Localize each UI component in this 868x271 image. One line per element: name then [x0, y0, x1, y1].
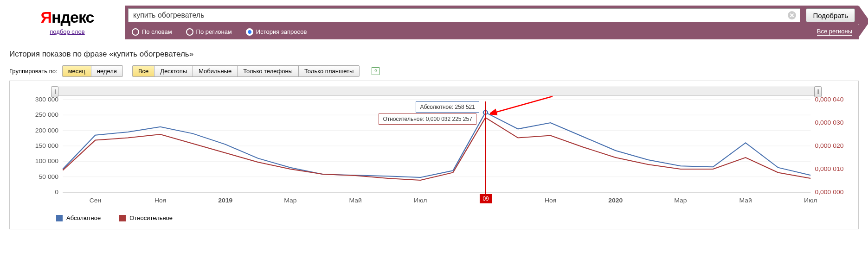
svg-text:Сен: Сен	[90, 197, 101, 204]
device-segment: Все Десктопы Мобильные Только телефоны Т…	[132, 65, 360, 77]
device-mobile[interactable]: Мобильные	[193, 66, 238, 76]
svg-text:Ноя: Ноя	[545, 197, 556, 204]
svg-text:200 000: 200 000	[35, 127, 58, 134]
device-desktop[interactable]: Десктопы	[154, 66, 193, 76]
svg-text:0,000 030: 0,000 030	[815, 120, 844, 126]
svg-text:Ноя: Ноя	[154, 197, 166, 204]
svg-text:Июл: Июл	[414, 197, 427, 204]
group-month[interactable]: месяц	[63, 66, 91, 76]
svg-text:Мар: Мар	[674, 197, 687, 204]
radio-by-regions[interactable]: По регионам	[186, 28, 232, 36]
help-icon[interactable]: ?	[372, 67, 379, 75]
svg-text:0: 0	[55, 189, 58, 195]
device-phones[interactable]: Только телефоны	[238, 66, 299, 76]
svg-text:0,000 020: 0,000 020	[815, 143, 844, 149]
chart-panel: 050 000100 000150 000200 000250 000300 0…	[9, 81, 859, 229]
group-week[interactable]: неделя	[91, 66, 122, 76]
svg-text:150 000: 150 000	[35, 143, 58, 149]
legend: Абсолютное Относительное	[14, 214, 854, 221]
wordstat-link[interactable]: подбор слов	[50, 28, 84, 35]
svg-text:300 000: 300 000	[35, 96, 58, 103]
svg-text:Мар: Мар	[284, 197, 296, 204]
svg-text:Май: Май	[349, 197, 361, 204]
svg-text:250 000: 250 000	[35, 112, 58, 118]
radio-history[interactable]: История запросов	[246, 28, 307, 36]
clear-icon[interactable]	[788, 11, 796, 19]
svg-text:100 000: 100 000	[35, 158, 58, 164]
svg-line-33	[495, 96, 553, 113]
legend-relative: Относительное	[119, 214, 173, 221]
group-segment: месяц неделя	[62, 65, 123, 77]
arrow-annotation	[490, 94, 555, 117]
radio-by-words[interactable]: По словам	[132, 28, 172, 36]
query-input[interactable]	[132, 11, 788, 20]
svg-text:2019: 2019	[218, 197, 232, 204]
svg-text:0,000 040: 0,000 040	[815, 96, 844, 103]
svg-text:0,000 000: 0,000 000	[815, 189, 844, 195]
device-tablets[interactable]: Только планшеты	[299, 66, 359, 76]
device-all[interactable]: Все	[133, 66, 154, 76]
svg-text:Июл: Июл	[804, 197, 817, 204]
svg-text:50 000: 50 000	[39, 174, 59, 180]
page-title: История показов по фразе «купить обогрев…	[9, 50, 859, 59]
svg-text:2020: 2020	[608, 197, 623, 204]
submit-button[interactable]: Подобрать	[806, 8, 855, 22]
legend-absolute: Абсолютное	[56, 214, 101, 221]
regions-link[interactable]: Все регионы	[817, 28, 852, 36]
svg-text:0,000 010: 0,000 010	[815, 166, 844, 172]
group-label: Группировать по:	[9, 68, 58, 75]
tooltip-absolute: Абсолютное: 258 521	[416, 101, 479, 113]
tooltip-relative: Относительное: 0,000 032 225 257	[379, 113, 476, 125]
svg-text:Май: Май	[739, 197, 752, 204]
logo: Яндекс	[41, 8, 94, 26]
highlight-flag: 09	[480, 194, 491, 203]
